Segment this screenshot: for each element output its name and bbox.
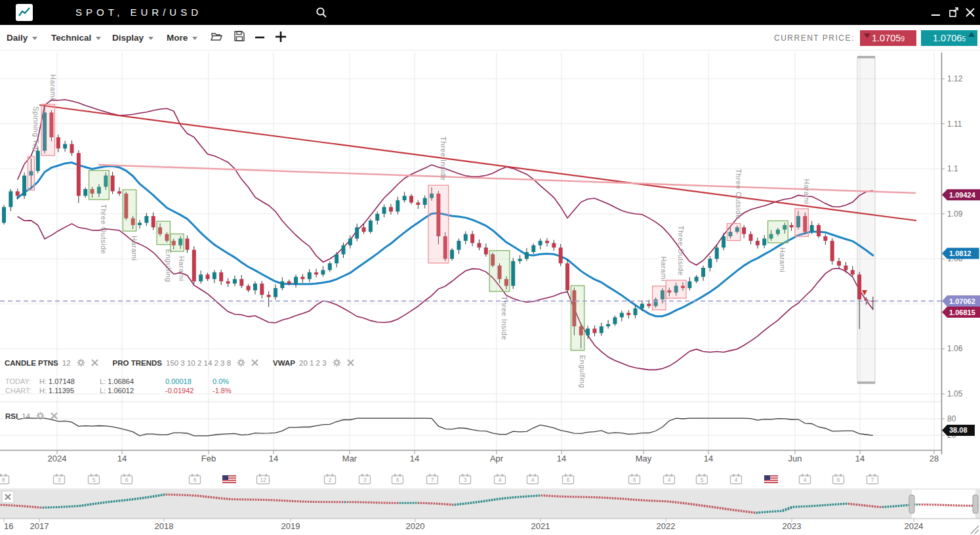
price-tag: 38.08 bbox=[942, 425, 975, 436]
zoom-out-icon[interactable] bbox=[255, 32, 265, 45]
menu-more[interactable]: More bbox=[167, 25, 197, 51]
svg-text:May: May bbox=[636, 454, 652, 463]
remove-indicator-icon[interactable] bbox=[251, 359, 258, 366]
us-flag-event-icon[interactable] bbox=[222, 475, 236, 484]
svg-text:1.06815: 1.06815 bbox=[949, 309, 975, 316]
calendar-event-icon[interactable]: 5 bbox=[89, 474, 100, 484]
menu-technical[interactable]: Technical bbox=[51, 25, 101, 51]
price-stats: TODAY: H: 1.07148 L: 1.06864 0.00018 0.0… bbox=[5, 377, 232, 395]
calendar-event-icon[interactable]: 4 bbox=[495, 474, 506, 484]
svg-text:2022: 2022 bbox=[657, 521, 676, 531]
window-title: SPOT, EUR/USD bbox=[75, 0, 202, 25]
remove-indicator-icon[interactable] bbox=[51, 412, 58, 419]
navigator[interactable]: 1620172018201920202021202220232024 bbox=[0, 489, 980, 531]
svg-text:2017: 2017 bbox=[30, 521, 49, 531]
calendar-event-icon[interactable]: 4 bbox=[527, 474, 539, 484]
calendar-event-icon[interactable]: 12 bbox=[257, 474, 270, 484]
svg-text:2020: 2020 bbox=[406, 521, 425, 531]
pattern-box bbox=[171, 234, 184, 251]
calendar-event-icon[interactable]: 7 bbox=[867, 474, 878, 484]
calendar-event-icon[interactable]: 6 bbox=[833, 474, 844, 484]
gear-icon[interactable] bbox=[77, 358, 85, 367]
economic-events[interactable]: 8356612236734466454467 bbox=[0, 474, 878, 484]
calendar-event-icon[interactable]: 6 bbox=[190, 474, 201, 484]
navigator-handle-right[interactable] bbox=[973, 495, 978, 513]
today-stats-row: TODAY: H: 1.07148 L: 1.06864 0.00018 0.0… bbox=[5, 377, 232, 386]
svg-text:6: 6 bbox=[633, 477, 636, 483]
calendar-event-icon[interactable]: 4 bbox=[731, 474, 742, 484]
calendar-event-icon[interactable]: 3 bbox=[54, 474, 65, 484]
zoom-in-icon[interactable] bbox=[274, 30, 287, 46]
today-high: 1.07148 bbox=[49, 377, 75, 385]
gear-icon[interactable] bbox=[36, 412, 45, 420]
svg-text:2023: 2023 bbox=[783, 521, 802, 531]
svg-text:7: 7 bbox=[431, 477, 434, 483]
us-flag-event-icon[interactable] bbox=[764, 475, 778, 484]
svg-text:14: 14 bbox=[855, 454, 865, 463]
today-change-pct: 0.0% bbox=[213, 377, 229, 386]
pattern-box bbox=[28, 156, 34, 190]
price-tag: 1.06815 bbox=[942, 307, 980, 318]
chart-change-pct: -1.8% bbox=[213, 386, 232, 395]
search-icon[interactable] bbox=[316, 7, 327, 21]
calendar-event-icon[interactable]: 6 bbox=[629, 474, 640, 484]
svg-text:14: 14 bbox=[269, 454, 278, 463]
popout-window-button[interactable] bbox=[949, 7, 960, 18]
calendar-event-icon[interactable]: 3 bbox=[460, 474, 471, 484]
svg-text:6: 6 bbox=[567, 477, 570, 483]
calendar-event-icon[interactable]: 6 bbox=[121, 474, 133, 484]
svg-text:28: 28 bbox=[929, 454, 939, 463]
remove-indicator-icon[interactable] bbox=[347, 359, 354, 366]
gear-icon[interactable] bbox=[237, 358, 245, 367]
save-icon[interactable] bbox=[234, 30, 245, 45]
menu-timeframe[interactable]: Daily bbox=[7, 25, 37, 51]
calendar-event-icon[interactable]: 4 bbox=[664, 474, 675, 484]
pattern-label: Harami bbox=[178, 256, 186, 281]
minimize-button[interactable] bbox=[930, 7, 942, 18]
chevron-down-icon bbox=[32, 37, 37, 40]
svg-text:6: 6 bbox=[194, 477, 197, 483]
calendar-event-icon[interactable]: 5 bbox=[697, 474, 708, 484]
svg-text:38.08: 38.08 bbox=[949, 426, 968, 434]
remove-indicator-icon[interactable] bbox=[91, 359, 98, 366]
open-folder-icon[interactable] bbox=[210, 30, 223, 46]
svg-text:16: 16 bbox=[4, 521, 13, 531]
svg-text:4: 4 bbox=[804, 477, 807, 483]
calendar-event-icon[interactable]: 7 bbox=[427, 474, 438, 484]
resize-grip[interactable] bbox=[971, 526, 979, 534]
rsi-pane bbox=[18, 418, 873, 436]
svg-text:4: 4 bbox=[499, 477, 502, 483]
arrow-up-icon bbox=[968, 32, 975, 37]
calendar-event-icon[interactable]: 4 bbox=[800, 474, 811, 484]
pattern-box bbox=[428, 185, 449, 263]
calendar-event-icon[interactable]: 6 bbox=[392, 474, 403, 484]
svg-text:2021: 2021 bbox=[531, 521, 550, 531]
calendar-event-icon[interactable]: 3 bbox=[359, 474, 371, 484]
pattern-box bbox=[768, 221, 788, 242]
svg-text:80: 80 bbox=[947, 414, 956, 423]
calendar-event-icon[interactable]: 2 bbox=[325, 474, 336, 484]
svg-text:2: 2 bbox=[329, 477, 332, 483]
calendar-event-icon[interactable]: 8 bbox=[0, 474, 9, 484]
ask-price: 1.07065 bbox=[921, 30, 977, 46]
app-logo-icon bbox=[16, 4, 33, 21]
chart-high: 1.11395 bbox=[49, 387, 74, 395]
pattern-box bbox=[653, 286, 666, 310]
calendar-event-icon[interactable]: 6 bbox=[563, 474, 574, 484]
svg-text:2019: 2019 bbox=[281, 521, 300, 531]
svg-text:14: 14 bbox=[117, 454, 127, 463]
menu-display[interactable]: Display bbox=[112, 25, 153, 51]
svg-text:Apr: Apr bbox=[490, 454, 504, 463]
toolbar: Daily Technical Display More CURRENT PRI… bbox=[0, 25, 980, 51]
svg-text:6: 6 bbox=[125, 477, 129, 483]
navigator-close-button[interactable] bbox=[2, 491, 14, 503]
close-icon[interactable] bbox=[964, 7, 976, 18]
svg-text:4: 4 bbox=[531, 477, 535, 483]
svg-text:6: 6 bbox=[837, 477, 840, 483]
current-price-label: CURRENT PRICE: bbox=[774, 33, 855, 43]
gear-icon[interactable] bbox=[333, 358, 341, 367]
arrow-down-icon bbox=[864, 33, 870, 38]
svg-text:3: 3 bbox=[58, 477, 61, 483]
price-chart[interactable]: Spinning TopHaramiThree OutsideHaramiEng… bbox=[0, 51, 980, 535]
navigator-handle-left[interactable] bbox=[909, 495, 914, 513]
